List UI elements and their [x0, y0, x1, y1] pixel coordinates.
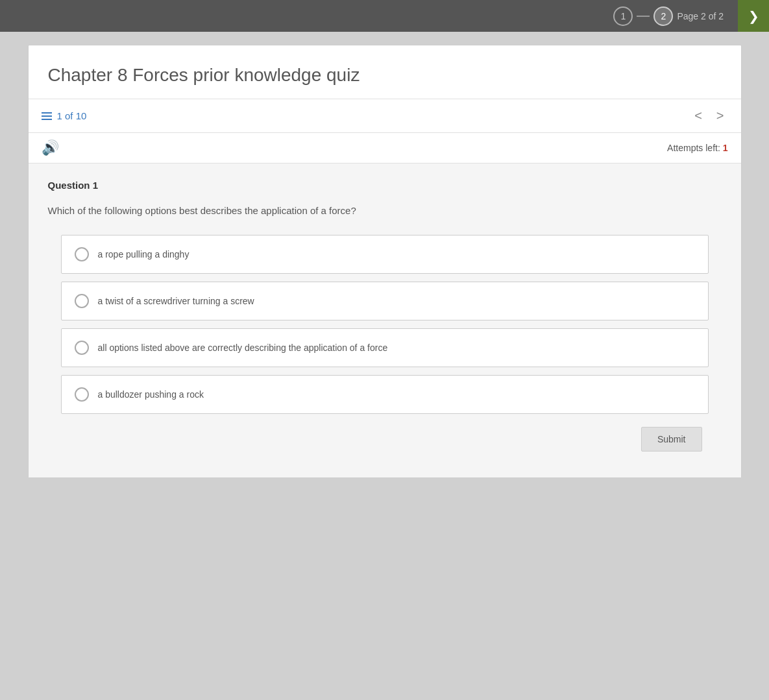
radio-button-3[interactable]: [75, 341, 89, 355]
question-nav-bar: 1 of 10 < >: [29, 99, 741, 133]
page-label: Page 2 of 2: [677, 11, 724, 21]
question-section: Question 1 Which of the following option…: [29, 163, 741, 477]
answer-text-2: a twist of a screwdriver turning a screw: [98, 296, 254, 306]
page-steps: 1 2 Page 2 of 2: [613, 6, 731, 26]
question-label: Question 1: [48, 180, 722, 191]
audio-section: 🔊 Attempts left: 1: [29, 133, 741, 163]
answer-options: a rope pulling a dinghy a twist of a scr…: [48, 235, 722, 414]
audio-button[interactable]: 🔊: [42, 139, 59, 156]
step-1-circle[interactable]: 1: [613, 6, 633, 26]
radio-button-2[interactable]: [75, 294, 89, 308]
answer-option-2[interactable]: a twist of a screwdriver turning a screw: [61, 282, 709, 320]
next-arrow-icon: ❯: [748, 8, 759, 24]
answer-text-4: a bulldozer pushing a rock: [98, 389, 204, 400]
answer-text-1: a rope pulling a dinghy: [98, 249, 189, 259]
submit-section: Submit: [48, 414, 722, 465]
step-2-circle[interactable]: 2: [653, 6, 673, 26]
radio-button-1[interactable]: [75, 247, 89, 261]
radio-button-4[interactable]: [75, 387, 89, 402]
prev-question-button[interactable]: <: [690, 107, 706, 125]
answer-option-4[interactable]: a bulldozer pushing a rock: [61, 375, 709, 414]
top-navigation-bar: 1 2 Page 2 of 2 ❯: [0, 0, 769, 32]
next-page-button[interactable]: ❯: [738, 0, 769, 32]
question-text: Which of the following options best desc…: [48, 204, 722, 219]
quiz-title-section: Chapter 8 Forces prior knowledge quiz: [29, 45, 741, 99]
speaker-icon: 🔊: [42, 139, 59, 156]
attempts-count: 1: [723, 143, 728, 153]
answer-option-3[interactable]: all options listed above are correctly d…: [61, 328, 709, 367]
menu-icon[interactable]: [42, 112, 52, 120]
main-content: Chapter 8 Forces prior knowledge quiz 1 …: [0, 32, 769, 700]
next-question-button[interactable]: >: [713, 107, 728, 125]
quiz-title: Chapter 8 Forces prior knowledge quiz: [48, 65, 722, 86]
question-count: 1 of 10: [42, 110, 87, 121]
answer-text-3: all options listed above are correctly d…: [98, 343, 388, 353]
quiz-container: Chapter 8 Forces prior knowledge quiz 1 …: [28, 45, 742, 478]
submit-button[interactable]: Submit: [641, 427, 702, 452]
answer-option-1[interactable]: a rope pulling a dinghy: [61, 235, 709, 274]
step-connector: [637, 16, 650, 17]
attempts-text: Attempts left: 1: [667, 143, 727, 153]
nav-arrows: < >: [690, 107, 727, 125]
question-count-label: 1 of 10: [57, 110, 87, 121]
